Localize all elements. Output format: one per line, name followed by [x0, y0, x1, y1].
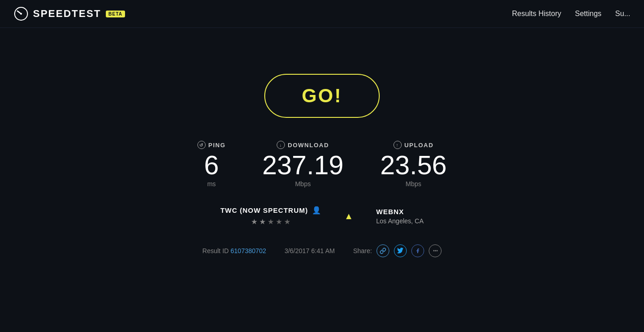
star-4: ★: [276, 217, 282, 226]
result-id-label: Result ID 6107380702: [202, 247, 266, 255]
server-location: Los Angeles, CA: [376, 217, 424, 225]
settings-link[interactable]: Settings: [575, 10, 601, 18]
share-twitter-icon[interactable]: [394, 244, 407, 257]
server-info: WEBNX Los Angeles, CA: [376, 208, 424, 225]
star-5: ★: [284, 217, 290, 226]
share-facebook-icon[interactable]: [411, 244, 424, 257]
person-icon: 👤: [312, 206, 322, 215]
download-unit: Mbps: [295, 180, 311, 188]
upload-stat: ↑ UPLOAD 23.56 Mbps: [380, 141, 447, 188]
ping-stat: ↺ PING 6 ms: [197, 141, 226, 188]
go-button[interactable]: GO!: [264, 74, 380, 118]
provider-server-row: TWC (NOW SPECTRUM) 👤 ★ ★ ★ ★ ★ ▲ WEBNX L…: [220, 206, 424, 226]
server-triangle-icon: ▲: [344, 211, 354, 221]
share-row: Share: ···: [353, 244, 442, 257]
svg-point-1: [20, 13, 22, 15]
ping-icon: ↺: [197, 141, 206, 149]
result-date: 3/6/2017 6:41 AM: [284, 247, 335, 255]
ping-unit: ms: [207, 180, 216, 188]
download-stat: ↓ DOWNLOAD 237.19 Mbps: [262, 141, 344, 188]
ping-label: ↺ PING: [197, 141, 226, 149]
download-value: 237.19: [262, 152, 344, 178]
provider-info: TWC (NOW SPECTRUM) 👤 ★ ★ ★ ★ ★: [220, 206, 321, 226]
star-3: ★: [267, 217, 274, 226]
share-more-icon[interactable]: ···: [429, 244, 442, 257]
upload-icon: ↑: [393, 141, 402, 149]
share-link-icon[interactable]: [377, 244, 389, 257]
star-1: ★: [251, 217, 257, 226]
results-history-link[interactable]: Results History: [512, 10, 562, 18]
result-footer: Result ID 6107380702 3/6/2017 6:41 AM Sh…: [202, 244, 442, 257]
main-content: GO! ↺ PING 6 ms ↓ DOWNLOAD 237.19 Mbps ↑…: [0, 28, 644, 257]
server-name: WEBNX: [376, 208, 404, 216]
header: SPEEDTEST BETA Results History Settings …: [0, 0, 644, 28]
star-2: ★: [259, 217, 266, 226]
speedtest-logo-icon: [14, 6, 28, 21]
share-label: Share:: [353, 247, 372, 255]
result-id-value[interactable]: 6107380702: [230, 247, 266, 255]
provider-name: TWC (NOW SPECTRUM) 👤: [220, 206, 321, 215]
logo-area: SPEEDTEST BETA: [14, 6, 125, 21]
ping-value: 6: [204, 152, 219, 178]
nav-links: Results History Settings Su...: [512, 10, 630, 18]
upload-label: ↑ UPLOAD: [393, 141, 434, 149]
provider-stars: ★ ★ ★ ★ ★: [251, 217, 290, 226]
logo-text: SPEEDTEST: [33, 8, 101, 20]
upload-value: 23.56: [380, 152, 447, 178]
download-icon: ↓: [277, 141, 285, 149]
download-label: ↓ DOWNLOAD: [277, 141, 329, 149]
support-link[interactable]: Su...: [615, 10, 630, 18]
stats-row: ↺ PING 6 ms ↓ DOWNLOAD 237.19 Mbps ↑ UPL…: [197, 141, 447, 188]
upload-unit: Mbps: [405, 180, 421, 188]
beta-badge: BETA: [106, 11, 125, 17]
